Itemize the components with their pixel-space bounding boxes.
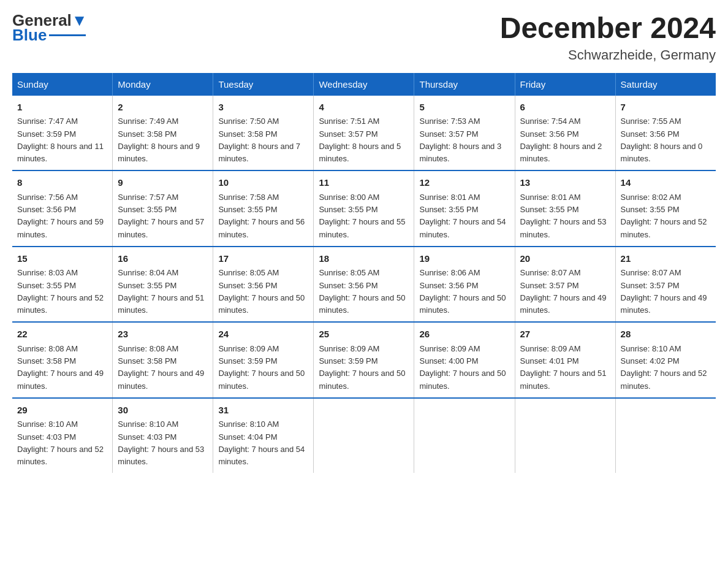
day-number: 28 (621, 327, 711, 342)
calendar-cell: 23Sunrise: 8:08 AMSunset: 3:58 PMDayligh… (113, 322, 213, 398)
calendar-week-row: 15Sunrise: 8:03 AMSunset: 3:55 PMDayligh… (12, 247, 716, 323)
calendar-cell: 25Sunrise: 8:09 AMSunset: 3:59 PMDayligh… (314, 322, 414, 398)
day-info: Sunrise: 8:02 AMSunset: 3:55 PMDaylight:… (621, 193, 707, 239)
calendar-cell (314, 398, 414, 473)
day-number: 6 (520, 101, 610, 115)
calendar-cell: 24Sunrise: 8:09 AMSunset: 3:59 PMDayligh… (213, 322, 314, 398)
calendar-cell (615, 398, 716, 473)
day-number: 5 (419, 101, 509, 115)
day-number: 9 (118, 176, 208, 190)
day-info: Sunrise: 7:54 AMSunset: 3:56 PMDaylight:… (520, 117, 602, 163)
day-number: 22 (17, 327, 107, 342)
day-info: Sunrise: 8:03 AMSunset: 3:55 PMDaylight:… (17, 268, 104, 315)
day-info: Sunrise: 7:55 AMSunset: 3:56 PMDaylight:… (621, 117, 703, 163)
calendar-cell: 7Sunrise: 7:55 AMSunset: 3:56 PMDaylight… (615, 96, 716, 171)
day-number: 29 (17, 404, 107, 418)
day-number: 26 (419, 327, 509, 342)
day-info: Sunrise: 8:10 AMSunset: 4:02 PMDaylight:… (621, 344, 707, 391)
day-info: Sunrise: 8:01 AMSunset: 3:55 PMDaylight:… (520, 193, 607, 239)
day-header-row: SundayMondayTuesdayWednesdayThursdayFrid… (12, 73, 716, 96)
day-number: 20 (520, 252, 610, 266)
day-header-saturday: Saturday (615, 73, 716, 96)
day-number: 1 (17, 101, 107, 115)
calendar-cell (414, 398, 515, 473)
day-number: 30 (118, 404, 208, 418)
day-info: Sunrise: 8:07 AMSunset: 3:57 PMDaylight:… (621, 268, 707, 315)
calendar-cell (515, 398, 615, 473)
calendar-cell: 8Sunrise: 7:56 AMSunset: 3:56 PMDaylight… (12, 170, 113, 247)
calendar-cell: 5Sunrise: 7:53 AMSunset: 3:57 PMDaylight… (414, 96, 515, 171)
day-number: 21 (621, 252, 711, 266)
calendar-cell: 13Sunrise: 8:01 AMSunset: 3:55 PMDayligh… (515, 170, 615, 247)
day-number: 11 (319, 176, 409, 190)
day-header-thursday: Thursday (414, 73, 515, 96)
calendar-cell: 31Sunrise: 8:10 AMSunset: 4:04 PMDayligh… (213, 398, 314, 473)
day-header-sunday: Sunday (12, 73, 113, 96)
day-number: 15 (17, 252, 107, 266)
calendar-cell: 22Sunrise: 8:08 AMSunset: 3:58 PMDayligh… (12, 322, 113, 398)
calendar-cell: 20Sunrise: 8:07 AMSunset: 3:57 PMDayligh… (515, 247, 615, 323)
calendar-cell: 19Sunrise: 8:06 AMSunset: 3:56 PMDayligh… (414, 247, 515, 323)
calendar-cell: 4Sunrise: 7:51 AMSunset: 3:57 PMDaylight… (314, 96, 414, 171)
title-block: December 2024 Schwarzheide, Germany (500, 12, 716, 63)
day-info: Sunrise: 7:49 AMSunset: 3:58 PMDaylight:… (118, 117, 200, 163)
calendar-cell: 10Sunrise: 7:58 AMSunset: 3:55 PMDayligh… (213, 170, 314, 247)
day-info: Sunrise: 7:58 AMSunset: 3:55 PMDaylight:… (218, 193, 305, 239)
day-info: Sunrise: 8:00 AMSunset: 3:55 PMDaylight:… (319, 193, 405, 239)
day-number: 17 (218, 252, 308, 266)
calendar-cell: 28Sunrise: 8:10 AMSunset: 4:02 PMDayligh… (615, 322, 716, 398)
calendar-cell: 9Sunrise: 7:57 AMSunset: 3:55 PMDaylight… (113, 170, 213, 247)
day-header-monday: Monday (113, 73, 213, 96)
calendar-cell: 26Sunrise: 8:09 AMSunset: 4:00 PMDayligh… (414, 322, 515, 398)
calendar-table: SundayMondayTuesdayWednesdayThursdayFrid… (12, 73, 716, 473)
day-info: Sunrise: 7:50 AMSunset: 3:58 PMDaylight:… (218, 117, 300, 163)
calendar-week-row: 29Sunrise: 8:10 AMSunset: 4:03 PMDayligh… (12, 398, 716, 473)
day-number: 24 (218, 327, 308, 342)
calendar-cell: 2Sunrise: 7:49 AMSunset: 3:58 PMDaylight… (113, 96, 213, 171)
day-header-friday: Friday (515, 73, 615, 96)
day-number: 4 (319, 101, 409, 115)
day-number: 2 (118, 101, 208, 115)
day-info: Sunrise: 8:01 AMSunset: 3:55 PMDaylight:… (419, 193, 506, 239)
day-info: Sunrise: 7:51 AMSunset: 3:57 PMDaylight:… (319, 117, 401, 163)
logo: General▼ Blue (12, 12, 88, 43)
day-number: 31 (218, 404, 308, 418)
day-number: 10 (218, 176, 308, 190)
day-number: 27 (520, 327, 610, 342)
day-info: Sunrise: 7:53 AMSunset: 3:57 PMDaylight:… (419, 117, 501, 163)
calendar-week-row: 8Sunrise: 7:56 AMSunset: 3:56 PMDaylight… (12, 170, 716, 247)
calendar-cell: 3Sunrise: 7:50 AMSunset: 3:58 PMDaylight… (213, 96, 314, 171)
logo-blue-text: Blue (12, 27, 47, 43)
day-info: Sunrise: 8:09 AMSunset: 4:00 PMDaylight:… (419, 344, 506, 391)
day-info: Sunrise: 8:09 AMSunset: 4:01 PMDaylight:… (520, 344, 607, 391)
day-number: 7 (621, 101, 711, 115)
calendar-cell: 1Sunrise: 7:47 AMSunset: 3:59 PMDaylight… (12, 96, 113, 171)
day-info: Sunrise: 8:08 AMSunset: 3:58 PMDaylight:… (17, 344, 104, 391)
day-number: 19 (419, 252, 509, 266)
day-info: Sunrise: 8:09 AMSunset: 3:59 PMDaylight:… (218, 344, 305, 391)
day-number: 23 (118, 327, 208, 342)
calendar-cell: 6Sunrise: 7:54 AMSunset: 3:56 PMDaylight… (515, 96, 615, 171)
day-info: Sunrise: 8:06 AMSunset: 3:56 PMDaylight:… (419, 268, 506, 315)
day-info: Sunrise: 7:57 AMSunset: 3:55 PMDaylight:… (118, 193, 204, 239)
calendar-cell: 14Sunrise: 8:02 AMSunset: 3:55 PMDayligh… (615, 170, 716, 247)
day-info: Sunrise: 8:10 AMSunset: 4:03 PMDaylight:… (17, 419, 104, 466)
calendar-cell: 11Sunrise: 8:00 AMSunset: 3:55 PMDayligh… (314, 170, 414, 247)
day-info: Sunrise: 8:05 AMSunset: 3:56 PMDaylight:… (218, 268, 305, 315)
day-info: Sunrise: 8:08 AMSunset: 3:58 PMDaylight:… (118, 344, 204, 391)
day-info: Sunrise: 8:10 AMSunset: 4:03 PMDaylight:… (118, 419, 204, 466)
day-number: 14 (621, 176, 711, 190)
day-info: Sunrise: 8:05 AMSunset: 3:56 PMDaylight:… (319, 268, 405, 315)
calendar-cell: 17Sunrise: 8:05 AMSunset: 3:56 PMDayligh… (213, 247, 314, 323)
calendar-cell: 29Sunrise: 8:10 AMSunset: 4:03 PMDayligh… (12, 398, 113, 473)
day-header-tuesday: Tuesday (213, 73, 314, 96)
day-number: 13 (520, 176, 610, 190)
day-info: Sunrise: 8:09 AMSunset: 3:59 PMDaylight:… (319, 344, 405, 391)
day-number: 16 (118, 252, 208, 266)
day-number: 25 (319, 327, 409, 342)
calendar-cell: 30Sunrise: 8:10 AMSunset: 4:03 PMDayligh… (113, 398, 213, 473)
day-number: 8 (17, 176, 107, 190)
calendar-cell: 27Sunrise: 8:09 AMSunset: 4:01 PMDayligh… (515, 322, 615, 398)
page-header: General▼ Blue December 2024 Schwarzheide… (12, 12, 716, 63)
calendar-cell: 21Sunrise: 8:07 AMSunset: 3:57 PMDayligh… (615, 247, 716, 323)
